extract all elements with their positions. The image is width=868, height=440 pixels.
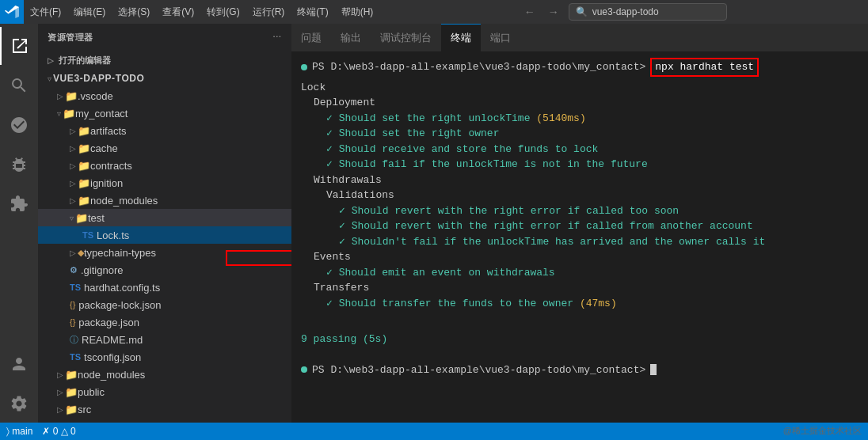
package-json-file[interactable]: {} package.json	[38, 313, 291, 331]
terminal-content[interactable]: PS D:\web3-dapp-all-example\vue3-dapp-to…	[291, 51, 868, 423]
cache-icon: 📁	[78, 142, 90, 154]
activity-debug[interactable]	[0, 146, 38, 184]
tsconfig-file[interactable]: TS tsconfig.json	[38, 348, 291, 366]
package-lock-label: package-lock.json	[78, 299, 161, 311]
global-search[interactable]: 🔍 vue3-dapp-todo	[569, 3, 727, 21]
readme-icon: ⓘ	[70, 334, 78, 346]
term-lock: Lock	[301, 80, 858, 96]
back-arrow[interactable]: ←	[521, 4, 539, 20]
lockts-label: Lock.ts	[97, 229, 129, 241]
test-folder[interactable]: ▿ 📁 test	[38, 209, 291, 226]
tab-ports[interactable]: 端口	[481, 24, 520, 51]
ignition-folder[interactable]: ▷ 📁 ignition	[38, 174, 291, 192]
readme-file[interactable]: ⓘ README.md	[38, 331, 291, 348]
tab-output[interactable]: 输出	[331, 24, 371, 51]
term-pass-9: ✓ Should transfer the funds to the owner…	[301, 296, 858, 312]
activity-accounts[interactable]	[0, 345, 38, 383]
menu-view[interactable]: 查看(V)	[156, 0, 200, 24]
menu-help[interactable]: 帮助(H)	[335, 0, 380, 24]
typechain-label: typechain-types	[84, 247, 156, 259]
menu-edit[interactable]: 编辑(E)	[67, 0, 112, 24]
inner-node-modules-label: node_modules	[90, 195, 158, 207]
main-container: 资源管理器 ⋯ ▷ 打开的编辑器 ▿ VUE3-DAPP-TODO ▷ 📁 .v…	[0, 24, 868, 423]
my-contact-label: my_contact	[75, 108, 128, 119]
public-folder[interactable]: ▷ 📁 public	[38, 383, 291, 400]
term-time-1: (5140ms)	[536, 112, 585, 124]
activity-bar	[0, 24, 38, 423]
open-editors-section[interactable]: ▷ 打开的编辑器	[38, 51, 291, 70]
typechain-icon: ◆	[78, 248, 84, 258]
search-icon: 🔍	[576, 6, 588, 17]
term-time-2: (47ms)	[580, 298, 617, 309]
src-folder[interactable]: ▷ 📁 src	[38, 400, 291, 418]
inner-gitignore-label: .gitignore	[81, 264, 123, 276]
hardhat-config-file[interactable]: TS hardhat.config.ts	[38, 279, 291, 296]
tab-problems[interactable]: 问题	[291, 24, 331, 51]
prompt-line-2: PS D:\web3-dapp-all-example\vue3-dapp-to…	[301, 362, 858, 378]
package-lock-icon: {}	[70, 300, 75, 309]
test-folder-icon: 📁	[75, 212, 88, 224]
vscode-folder-label: .vscode	[78, 90, 113, 102]
contracts-label: contracts	[90, 160, 132, 172]
src-label: src	[78, 404, 91, 415]
activity-extensions[interactable]	[0, 185, 38, 223]
activity-git[interactable]	[0, 106, 38, 144]
prompt-path-1: PS D:\web3-dapp-all-example\vue3-dapp-to…	[312, 59, 645, 75]
inner-node-modules-folder[interactable]: ▷ 📁 node_modules	[38, 192, 291, 209]
prompt-dot-2	[301, 366, 307, 373]
sidebar-header: 资源管理器 ⋯	[38, 24, 291, 51]
inner-gitignore-icon: ⚙	[70, 265, 78, 275]
menu-run[interactable]: 运行(R)	[246, 0, 291, 24]
outer-gitignore-icon: ⚙	[57, 422, 65, 423]
term-pass-1: ✓ Should set the right unlockTime (5140m…	[301, 111, 858, 127]
activity-explorer[interactable]	[0, 27, 38, 65]
menu-file[interactable]: 文件(F)	[24, 0, 67, 24]
menu-goto[interactable]: 转到(G)	[200, 0, 246, 24]
artifacts-folder[interactable]: ▷ 📁 artifacts	[38, 122, 291, 139]
file-tree: ▷ 打开的编辑器 ▿ VUE3-DAPP-TODO ▷ 📁 .vscode ▿ …	[38, 51, 291, 423]
project-name: VUE3-DAPP-TODO	[53, 73, 145, 84]
tabs-bar: 问题 输出 调试控制台 终端 端口	[291, 24, 868, 51]
term-events: Events	[301, 249, 858, 265]
tab-terminal[interactable]: 终端	[441, 24, 481, 51]
editor-area: 问题 输出 调试控制台 终端 端口 PS D:\web3-dapp-all-ex…	[291, 24, 868, 423]
package-json-label: package.json	[78, 317, 139, 328]
new-file-icon[interactable]: ⋯	[272, 32, 282, 43]
vscode-folder-icon: 📁	[65, 90, 78, 102]
package-json-icon: {}	[70, 317, 75, 327]
artifacts-label: artifacts	[90, 125, 127, 137]
project-root[interactable]: ▿ VUE3-DAPP-TODO	[38, 70, 291, 87]
my-contact-folder[interactable]: ▿ 📁 my_contact	[38, 104, 291, 122]
activity-search[interactable]	[0, 66, 38, 104]
outer-node-modules-icon: 📁	[65, 369, 78, 381]
menu-select[interactable]: 选择(S)	[112, 0, 156, 24]
vscode-logo	[0, 0, 24, 24]
cache-folder[interactable]: ▷ 📁 cache	[38, 139, 291, 157]
term-pass-8: ✓ Should emit an event on withdrawals	[301, 265, 858, 281]
tsconfig-icon: TS	[70, 352, 81, 362]
public-label: public	[78, 386, 105, 398]
lockts-file[interactable]: TS Lock.ts	[38, 226, 291, 244]
outer-gitignore-file[interactable]: ⚙ .gitignore	[38, 418, 291, 423]
title-bar: 文件(F) 编辑(E) 选择(S) 查看(V) 转到(G) 运行(R) 终端(T…	[0, 0, 868, 24]
forward-arrow[interactable]: →	[545, 4, 562, 20]
project-chevron: ▿	[48, 74, 51, 83]
lockts-icon: TS	[82, 230, 93, 240]
term-transfers: Transfers	[301, 280, 858, 296]
tab-debug-console[interactable]: 调试控制台	[371, 24, 441, 51]
vscode-folder[interactable]: ▷ 📁 .vscode	[38, 87, 291, 104]
title-center: ← → 🔍 vue3-dapp-todo	[379, 3, 868, 21]
term-pass-7: ✓ Shouldn't fail if the unlockTime has a…	[301, 234, 858, 250]
term-pass-5: ✓ Should revert with the right error if …	[301, 203, 858, 219]
command-highlight: npx hardhat test	[650, 58, 759, 77]
menu-terminal[interactable]: 终端(T)	[291, 0, 334, 24]
open-editors-chevron: ▷	[48, 56, 54, 65]
activity-settings[interactable]	[0, 385, 38, 423]
term-withdrawals: Withdrawals	[301, 173, 858, 188]
terminal-cursor	[650, 364, 657, 375]
package-lock-file[interactable]: {} package-lock.json	[38, 296, 291, 313]
outer-node-modules-folder[interactable]: ▷ 📁 node_modules	[38, 366, 291, 383]
ignition-icon: 📁	[78, 177, 90, 189]
contracts-folder[interactable]: ▷ 📁 contracts	[38, 157, 291, 174]
search-text: vue3-dapp-todo	[592, 6, 659, 17]
